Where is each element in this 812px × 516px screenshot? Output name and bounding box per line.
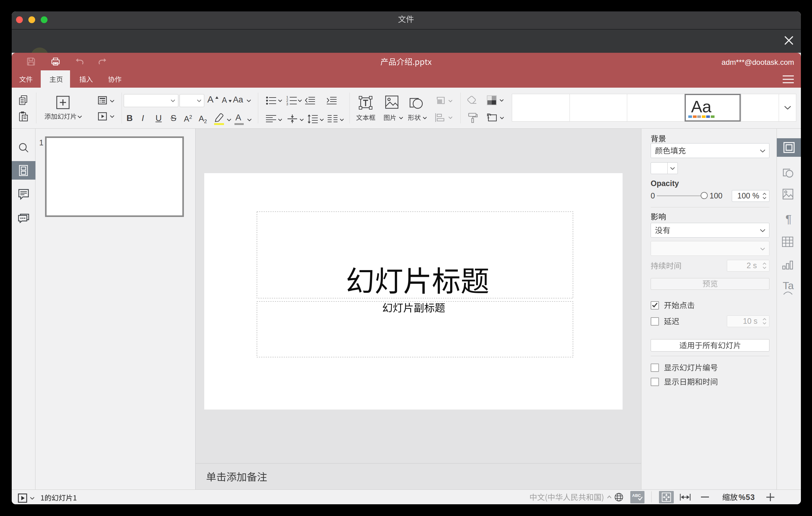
svg-text:3: 3 (286, 102, 288, 106)
svg-text:ABC: ABC (632, 493, 641, 498)
